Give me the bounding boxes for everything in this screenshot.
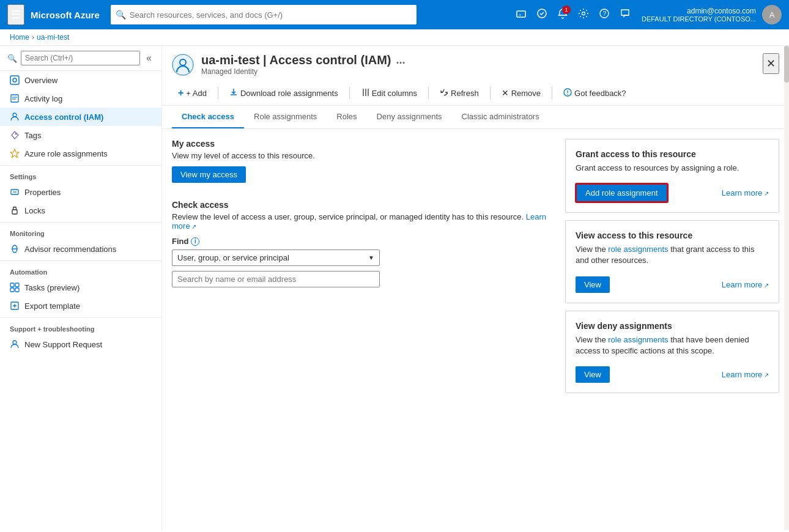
activity-log-icon [10,94,20,103]
grant-access-desc: Grant access to resources by assigning a… [576,163,769,174]
user-avatar[interactable]: A [762,5,782,24]
view-access-learn-more-link[interactable]: Learn more [722,280,769,289]
check-access-section: Check access Review the level of access … [172,200,555,287]
sidebar-item-export[interactable]: Export template [0,297,161,315]
edit-columns-button[interactable]: Edit columns [355,85,423,102]
help-button[interactable]: ? [595,4,613,25]
tab-roles[interactable]: Roles [327,106,366,128]
sidebar-item-azure-role[interactable]: Azure role assignments [0,144,161,163]
sidebar-collapse-button[interactable]: « [144,51,154,65]
breadcrumb-home[interactable]: Home [10,33,29,42]
toolbar-separator-5 [552,87,552,99]
ellipsis-button[interactable]: ... [396,54,405,67]
my-access-section: My access View my level of access to thi… [172,139,555,195]
tags-icon [10,130,20,140]
search-name-email-input[interactable] [172,271,380,287]
sidebar-section-monitoring: Monitoring [0,222,161,240]
toolbar-separator-2 [349,87,350,99]
feedback-button[interactable] [616,4,634,25]
view-access-desc-link[interactable]: role assignments [608,245,668,254]
refresh-icon [440,88,448,98]
view-deny-learn-more-link[interactable]: Learn more [722,370,769,379]
add-button[interactable]: + + Add [172,84,213,102]
sidebar-item-locks[interactable]: Locks [0,201,161,220]
grant-access-footer: Add role assignment Learn more [576,183,769,202]
toolbar-separator-3 [428,87,429,99]
svg-rect-19 [15,283,19,287]
breadcrumb-separator: › [32,33,34,42]
page-title-block: ua-mi-test | Access control (IAM) ... Ma… [201,53,405,76]
sidebar-item-activity-log[interactable]: Activity log [0,89,161,108]
sidebar-item-tags[interactable]: Tags [0,126,161,144]
locks-icon [10,205,20,215]
view-access-button[interactable]: View [576,276,610,293]
principal-type-dropdown[interactable]: User, group, or service principal ▼ [172,249,380,266]
sidebar-item-label: Tags [24,131,41,140]
view-deny-desc: View the role assignments that have been… [576,334,769,357]
sidebar-item-label: Export template [24,301,80,311]
view-deny-desc-link[interactable]: role assignments [608,335,668,344]
tab-classic-admins[interactable]: Classic administrators [452,106,549,128]
svg-rect-21 [15,288,19,292]
sidebar-item-iam[interactable]: Access control (IAM) [0,108,161,126]
scrollbar-thumb[interactable] [784,46,789,83]
sidebar-item-tasks[interactable]: Tasks (preview) [0,278,161,297]
sidebar-item-label: Access control (IAM) [24,113,103,122]
svg-marker-12 [12,131,18,139]
sidebar-item-label: Overview [24,76,57,85]
sidebar-item-label: Properties [24,188,61,197]
page-header: ua-mi-test | Access control (IAM) ... Ma… [162,46,789,81]
settings-button[interactable] [574,4,593,25]
feedback-button[interactable]: Got feedback? [557,85,632,102]
global-search-input[interactable] [130,10,412,20]
sidebar-item-support[interactable]: New Support Request [0,335,161,353]
refresh-button[interactable]: Refresh [434,85,485,102]
notifications-button[interactable]: 1 [554,4,572,25]
view-deny-button[interactable]: View [576,366,610,383]
sidebar-section-settings: Settings [0,165,161,183]
hamburger-menu[interactable]: ☰ [7,4,24,25]
download-button[interactable]: Download role assignments [223,85,344,102]
svg-point-3 [582,12,585,15]
grant-access-learn-more-link[interactable]: Learn more [722,188,769,198]
sidebar: 🔍 « Overview Activity log Access control… [0,46,162,530]
breadcrumb-resource[interactable]: ua-mi-test [37,33,69,42]
view-my-access-button[interactable]: View my access [172,166,246,183]
top-navigation: ☰ Microsoft Azure 🔍 >_ 1 ? admin@contoso… [0,0,789,29]
view-deny-title: View deny assignments [576,321,769,331]
overview-icon [10,75,20,85]
remove-icon: ✕ [502,88,509,98]
toolbar: + + Add Download role assignments Edit c… [162,81,789,106]
svg-point-31 [567,94,568,95]
sidebar-item-label: Advisor recommendations [24,245,116,254]
sidebar-search-input[interactable] [21,51,140,65]
cloud-shell-button[interactable]: >_ [512,4,530,25]
copilot-button[interactable] [533,4,551,25]
download-icon [229,88,238,98]
tab-role-assignments[interactable]: Role assignments [244,106,327,128]
svg-point-13 [15,133,17,135]
sidebar-item-advisor[interactable]: Advisor recommendations [0,240,161,258]
my-access-desc: View my level of access to this resource… [172,151,555,160]
global-search-box[interactable]: 🔍 [111,5,417,24]
sidebar-item-properties[interactable]: Properties [0,183,161,201]
sidebar-item-label: New Support Request [24,340,102,349]
sidebar-item-label: Activity log [24,94,62,103]
close-button[interactable]: ✕ [763,53,779,74]
find-info-icon[interactable]: i [191,237,199,246]
toolbar-separator [218,87,218,99]
grant-access-title: Grant access to this resource [576,149,769,159]
right-panel: Grant access to this resource Grant acce… [565,139,779,520]
svg-point-7 [13,78,17,82]
export-icon [10,301,20,311]
view-access-title: View access to this resource [576,231,769,240]
tab-check-access[interactable]: Check access [172,106,244,128]
svg-text:?: ? [602,10,606,17]
remove-button[interactable]: ✕ Remove [495,85,547,101]
tab-deny-assignments[interactable]: Deny assignments [367,106,452,128]
notification-badge: 1 [562,6,571,14]
view-access-footer: View Learn more [576,276,769,293]
user-info: admin@contoso.com DEFAULT DIRECTORY (CON… [642,7,756,23]
add-role-assignment-button[interactable]: Add role assignment [576,183,668,202]
sidebar-item-overview[interactable]: Overview [0,71,161,89]
